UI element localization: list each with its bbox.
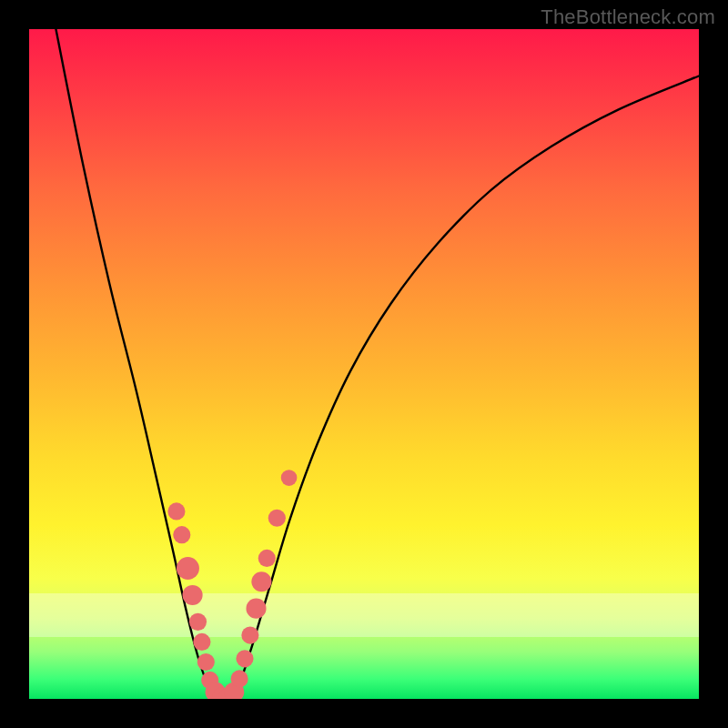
- watermark-text: TheBottleneck.com: [541, 5, 715, 29]
- data-marker: [201, 672, 218, 689]
- data-marker: [193, 633, 210, 651]
- highlight-band: [29, 593, 699, 637]
- data-marker: [212, 687, 232, 699]
- data-marker: [281, 470, 298, 486]
- data-marker: [183, 585, 203, 605]
- data-marker: [246, 599, 266, 619]
- bottleneck-curve: [56, 29, 699, 699]
- data-marker: [258, 550, 276, 567]
- data-marker: [224, 682, 244, 699]
- data-marker: [206, 682, 226, 699]
- data-marker: [251, 571, 271, 592]
- plot-area: [29, 29, 699, 699]
- data-marker: [177, 557, 199, 580]
- data-marker: [236, 650, 253, 667]
- data-marker: [218, 687, 238, 699]
- data-marker: [241, 627, 258, 644]
- data-marker: [197, 653, 215, 671]
- chart-svg: [29, 29, 699, 699]
- data-marker: [189, 613, 207, 631]
- data-marker: [167, 502, 185, 520]
- data-marker: [231, 670, 248, 687]
- chart-frame: TheBottleneck.com: [0, 0, 728, 728]
- data-marker: [173, 526, 190, 543]
- data-markers: [167, 470, 297, 699]
- data-marker: [268, 510, 286, 527]
